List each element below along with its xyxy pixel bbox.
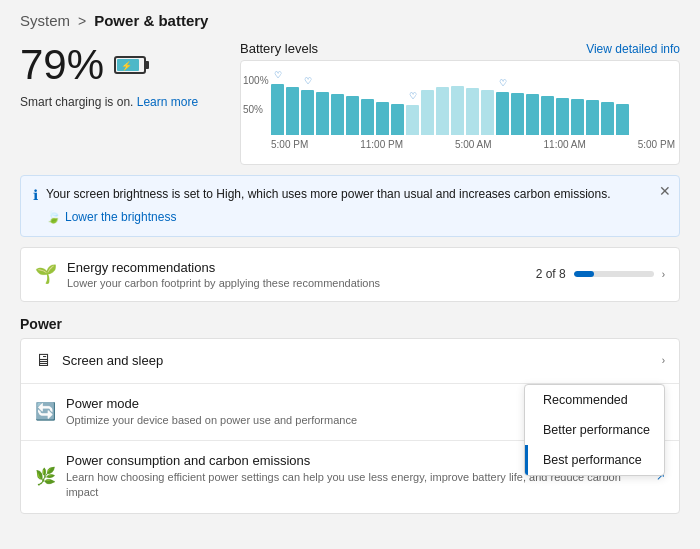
chart-bar-12	[451, 86, 464, 135]
power-section: Power 🖥 Screen and sleep › 🔄 Power mode …	[20, 316, 680, 514]
header: System > Power & battery	[0, 0, 700, 37]
main-content: 79% ⚡ Smart charging is on. Learn more B…	[0, 37, 700, 165]
power-section-title: Power	[20, 316, 680, 332]
chart-title: Battery levels	[240, 41, 318, 56]
charging-text: Smart charging is on. Learn more	[20, 95, 220, 109]
energy-right: 2 of 8 ›	[536, 267, 665, 281]
chart-bar-6	[361, 99, 374, 135]
chart-bar-9: ♡	[406, 105, 419, 135]
screen-sleep-text: Screen and sleep	[62, 353, 652, 368]
dropdown-better-performance[interactable]: Better performance	[525, 415, 664, 445]
view-detailed-link[interactable]: View detailed info	[586, 42, 680, 56]
chart-bar-20	[571, 99, 584, 135]
chart-bar-8	[391, 104, 404, 135]
chart-bar-23	[616, 104, 629, 135]
page-title: Power & battery	[94, 12, 208, 29]
x-label-3: 11:00 AM	[544, 139, 586, 150]
screen-sleep-chevron: ›	[662, 355, 665, 366]
leaf-icon: 🍃	[46, 209, 61, 226]
energy-progress-fill	[574, 271, 594, 277]
notification-inner: ℹ Your screen brightness is set to High,…	[33, 186, 649, 226]
chart-bar-4	[331, 94, 344, 135]
chart-bar-0: ♡	[271, 84, 284, 135]
lower-brightness-link[interactable]: 🍃 Lower the brightness	[46, 209, 611, 226]
y-label-50: 50%	[243, 104, 269, 115]
chart-bar-11	[436, 87, 449, 135]
chart-bar-7	[376, 102, 389, 135]
energy-count: 2 of 8	[536, 267, 566, 281]
dropdown-best-performance[interactable]: Best performance	[525, 445, 664, 475]
battery-percent-display: 79% ⚡	[20, 41, 220, 89]
battery-icon: ⚡	[114, 53, 150, 77]
battery-chart: Battery levels View detailed info 100% 5…	[240, 41, 680, 165]
power-consumption-icon: 🌿	[35, 466, 56, 487]
chart-bar-13	[466, 88, 479, 135]
screen-sleep-title: Screen and sleep	[62, 353, 652, 368]
chart-area: 100% 50% ♡♡♡♡ 5:00 PM11:00 PM5:00 AM11:0…	[240, 60, 680, 165]
energy-progress-bar	[574, 271, 654, 277]
chart-bar-5	[346, 96, 359, 135]
chart-bar-17	[526, 94, 539, 135]
chart-bar-14	[481, 90, 494, 135]
chart-bar-3	[316, 92, 329, 135]
y-label-100: 100%	[243, 75, 269, 86]
info-icon: ℹ	[33, 187, 38, 203]
chart-bar-22	[601, 102, 614, 135]
x-label-0: 5:00 PM	[271, 139, 308, 150]
chart-bar-18	[541, 96, 554, 135]
energy-chevron-icon: ›	[662, 269, 665, 280]
energy-left: 🌱 Energy recommendations Lower your carb…	[35, 260, 380, 289]
x-label-1: 11:00 PM	[360, 139, 403, 150]
power-mode-dropdown: Recommended Better performance Best perf…	[524, 384, 665, 476]
chart-bar-10	[421, 90, 434, 135]
screen-sleep-row[interactable]: 🖥 Screen and sleep ›	[21, 339, 679, 384]
chart-header: Battery levels View detailed info	[240, 41, 680, 56]
x-label-2: 5:00 AM	[455, 139, 492, 150]
breadcrumb-chevron: >	[78, 13, 86, 29]
battery-percent-value: 79%	[20, 41, 104, 89]
learn-more-link[interactable]: Learn more	[137, 95, 198, 109]
x-label-4: 5:00 PM	[638, 139, 675, 150]
svg-rect-1	[145, 61, 149, 69]
energy-subtitle: Lower your carbon footprint by applying …	[67, 277, 380, 289]
chart-bar-15: ♡	[496, 92, 509, 135]
chart-x-labels: 5:00 PM11:00 PM5:00 AM11:00 AM5:00 PM	[271, 139, 675, 150]
chart-y-labels: 100% 50%	[243, 75, 269, 133]
power-mode-icon: 🔄	[35, 401, 56, 422]
chart-bar-16	[511, 93, 524, 135]
chart-bar-2: ♡	[301, 90, 314, 135]
notification-text: Your screen brightness is set to High, w…	[46, 186, 611, 226]
dropdown-recommended[interactable]: Recommended	[525, 385, 664, 415]
chart-bar-21	[586, 100, 599, 135]
screen-sleep-icon: 🖥	[35, 351, 52, 371]
svg-text:⚡: ⚡	[121, 60, 133, 72]
battery-info: 79% ⚡ Smart charging is on. Learn more	[20, 41, 220, 165]
notification-close-button[interactable]: ✕	[659, 184, 671, 198]
power-mode-row[interactable]: 🔄 Power mode Optimize your device based …	[21, 384, 679, 441]
power-rows: 🖥 Screen and sleep › 🔄 Power mode Optimi…	[20, 338, 680, 514]
notification-bar: ℹ Your screen brightness is set to High,…	[20, 175, 680, 237]
chart-bar-19	[556, 98, 569, 135]
energy-text: Energy recommendations Lower your carbon…	[67, 260, 380, 289]
energy-icon: 🌱	[35, 263, 57, 285]
energy-recommendations-row[interactable]: 🌱 Energy recommendations Lower your carb…	[20, 247, 680, 302]
system-link[interactable]: System	[20, 12, 70, 29]
energy-title: Energy recommendations	[67, 260, 380, 275]
chart-bar-1	[286, 87, 299, 135]
bars-container: ♡♡♡♡	[271, 67, 675, 135]
